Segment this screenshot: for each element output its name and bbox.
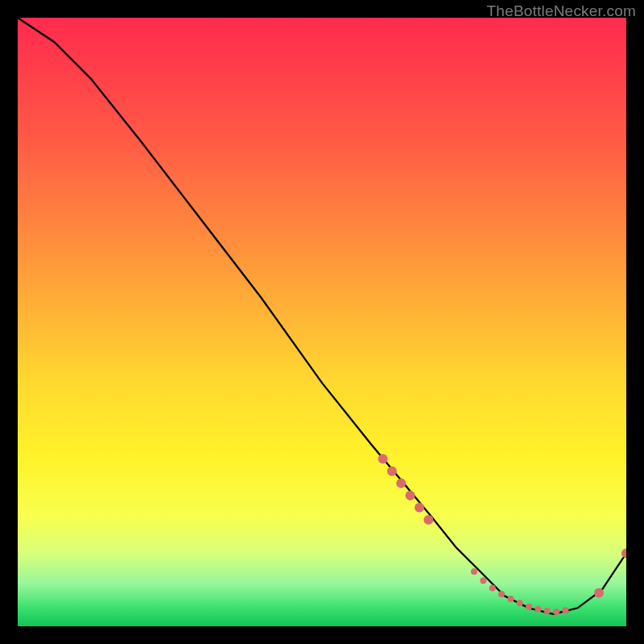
data-point	[498, 591, 505, 597]
data-markers	[378, 454, 626, 615]
plot-area	[18, 18, 626, 626]
chart-stage: TheBottleNecker.com	[0, 0, 644, 644]
data-point	[507, 596, 514, 602]
data-point	[480, 577, 486, 584]
data-point	[387, 466, 397, 476]
data-point	[423, 515, 433, 525]
data-point	[396, 478, 406, 488]
data-point	[553, 609, 559, 615]
data-point	[517, 600, 523, 606]
data-point	[378, 454, 388, 464]
data-point	[594, 588, 604, 597]
watermark-text: TheBottleNecker.com	[487, 2, 636, 20]
data-point	[406, 491, 415, 501]
chart-svg	[18, 18, 626, 626]
data-point	[489, 584, 496, 591]
data-point	[471, 568, 477, 575]
data-point	[562, 607, 568, 613]
data-point	[415, 503, 424, 513]
data-point	[544, 608, 551, 614]
data-point	[526, 604, 532, 610]
data-point	[621, 548, 626, 558]
data-point	[535, 606, 541, 613]
bottleneck-curve	[18, 18, 626, 614]
